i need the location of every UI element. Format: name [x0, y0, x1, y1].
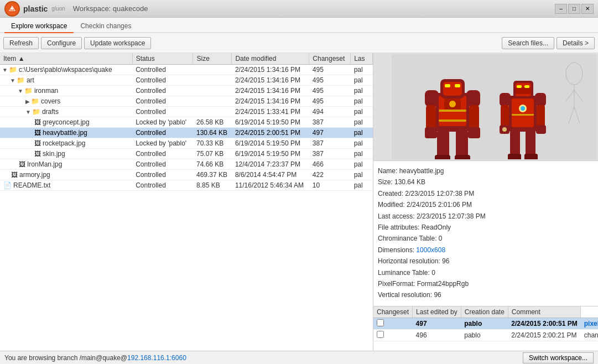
file-date: 6/19/2014 5:19:50 PM	[232, 138, 309, 149]
cs-edited-by: pablo	[461, 318, 508, 330]
brand-sub: gluon	[51, 6, 65, 12]
cs-checkbox[interactable]	[373, 318, 413, 330]
cs-checkbox-input[interactable]	[377, 319, 384, 326]
minimize-button[interactable]: –	[555, 4, 567, 14]
svg-rect-19	[456, 131, 468, 158]
table-row[interactable]: 🖼armory.jpgControlled469.37 KB8/6/2014 4…	[0, 170, 373, 180]
tab-checkin[interactable]: Checkin changes	[74, 20, 138, 33]
col-date: Date modified	[232, 53, 309, 65]
toolbar: Refresh Configure Update workspace Searc…	[0, 33, 598, 53]
file-changeset: 497	[309, 128, 351, 138]
file-last: pal	[351, 170, 373, 180]
table-row[interactable]: 🖼IronMan.jpgControlled74.66 KB12/4/2014 …	[0, 159, 373, 170]
svg-rect-31	[517, 85, 522, 88]
file-icon: 📁	[17, 76, 25, 84]
statusbar: You are browsing branch /main@quake@192.…	[0, 351, 598, 364]
maximize-button[interactable]: □	[568, 4, 580, 14]
table-row[interactable]: 🖼heavybattle.jpgControlled130.64 KB2/24/…	[0, 128, 373, 138]
expand-icon[interactable]: ▶	[25, 98, 30, 105]
titlebar-left: plastic gluon Workspace: quakecode	[4, 1, 148, 17]
cs-number: 497	[413, 318, 461, 330]
file-icon: 📁	[9, 66, 17, 74]
changeset-row[interactable]: 496pablo2/24/2015 2:00:21 PMchange ir	[373, 330, 598, 341]
changeset-row[interactable]: 497pablo2/24/2015 2:00:51 PMpixel	[373, 318, 598, 330]
svg-rect-15	[469, 105, 479, 130]
tab-explore[interactable]: Explore workspace	[4, 20, 74, 33]
status-text: You are browsing branch /main@quake@192.…	[4, 354, 186, 362]
table-row[interactable]: ▼📁c:\Users\pablo\wkspaces\quakeControlle…	[0, 65, 373, 75]
file-icon: 🖼	[19, 160, 25, 168]
detail-luminance: Luminance Table: 0	[378, 267, 598, 278]
svg-rect-11	[455, 84, 460, 87]
search-files-button[interactable]: Search files...	[502, 37, 554, 49]
table-row[interactable]: 🖼greyconcept.jpgLocked by 'pablo'26.58 K…	[0, 117, 373, 128]
svg-rect-18	[437, 131, 449, 158]
table-row[interactable]: ▼📁artControlled2/24/2015 1:34:16 PM495pa…	[0, 75, 373, 86]
file-status: Controlled	[132, 170, 193, 180]
col-size: Size	[193, 53, 232, 65]
cs-checkbox[interactable]	[373, 330, 413, 341]
details-area: Name: heavybattle.jpg Size: 130.64 KB Cr…	[373, 161, 598, 306]
file-size: 74.66 KB	[193, 159, 232, 170]
expand-icon[interactable]: ▼	[18, 88, 23, 94]
expand-icon[interactable]: ▼	[10, 77, 15, 84]
file-changeset: 494	[309, 107, 351, 117]
table-row[interactable]: 🖼rocketpack.jpgLocked by 'pablo'70.33 KB…	[0, 138, 373, 149]
file-status: Controlled	[132, 107, 193, 117]
svg-point-27	[521, 106, 525, 111]
file-icon: 📁	[32, 108, 40, 116]
preview-svg	[392, 54, 596, 159]
cs-comment: pixel	[581, 318, 598, 330]
svg-rect-41	[526, 131, 535, 157]
file-last: pal	[351, 149, 373, 159]
svg-rect-22	[439, 110, 466, 112]
detail-file-attrs: File attributes: ReadOnly	[378, 222, 598, 233]
cs-number: 496	[413, 330, 461, 341]
file-changeset: 387	[309, 138, 351, 149]
table-row[interactable]: ▼📁draftsControlled2/24/2015 1:33:41 PM49…	[0, 107, 373, 117]
file-date: 6/19/2014 5:19:50 PM	[232, 149, 309, 159]
file-icon: 📁	[24, 87, 33, 95]
svg-point-39	[502, 127, 507, 132]
update-workspace-button[interactable]: Update workspace	[84, 37, 151, 49]
nav-tabs: Explore workspace Checkin changes	[0, 18, 598, 33]
table-row[interactable]: ▼📁ironmanControlled2/24/2015 1:34:16 PM4…	[0, 86, 373, 96]
configure-button[interactable]: Configure	[41, 37, 82, 49]
file-name: IronMan.jpg	[27, 160, 62, 168]
file-size	[193, 75, 232, 86]
details-button[interactable]: Details >	[557, 37, 595, 49]
expand-icon[interactable]: ▼	[25, 109, 31, 115]
detail-dimensions: Dimensions: 1000x608	[378, 245, 598, 256]
expand-icon[interactable]: ▼	[2, 67, 8, 73]
file-name: skin.jpg	[43, 150, 65, 158]
svg-rect-35	[501, 105, 509, 127]
file-last: pal	[351, 65, 373, 75]
col-last: Las	[351, 53, 373, 65]
file-name: c:\Users\pablo\wkspaces\quake	[19, 66, 112, 74]
file-table[interactable]: Item ▲ Status Size Date modified Changes…	[0, 53, 373, 351]
file-status: Locked by 'pablo'	[132, 138, 193, 149]
app-logo	[4, 1, 20, 17]
brand-name: plastic	[23, 4, 48, 13]
file-status: Controlled	[132, 65, 193, 75]
status-prefix: You are browsing branch /main@quake@	[4, 354, 127, 362]
svg-rect-16	[425, 127, 437, 138]
file-date: 2/24/2015 2:00:51 PM	[232, 128, 309, 138]
table-row[interactable]: 🖼skin.jpgControlled75.07 KB6/19/2014 5:1…	[0, 149, 373, 159]
file-name: heavybattle.jpg	[43, 129, 87, 137]
status-link[interactable]: 192.168.116.1:6060	[127, 354, 186, 362]
file-icon: 🖼	[34, 129, 41, 137]
logo-icon	[8, 4, 17, 13]
file-changeset: 495	[309, 65, 351, 75]
file-last: pal	[351, 117, 373, 128]
switch-workspace-button[interactable]: Switch workspace...	[523, 352, 594, 363]
cs-date: 2/24/2015 2:00:21 PM	[508, 330, 580, 341]
table-row[interactable]: 📄README.txtControlled8.85 KB11/16/2012 5…	[0, 180, 373, 191]
refresh-button[interactable]: Refresh	[3, 37, 39, 49]
detail-name: Name: heavybattle.jpg	[378, 165, 598, 176]
file-size: 75.07 KB	[193, 149, 232, 159]
table-row[interactable]: ▶📁coversControlled2/24/2015 1:34:16 PM49…	[0, 96, 373, 107]
cs-checkbox-input[interactable]	[377, 331, 384, 338]
file-size	[193, 107, 232, 117]
close-button[interactable]: ✕	[581, 4, 594, 14]
